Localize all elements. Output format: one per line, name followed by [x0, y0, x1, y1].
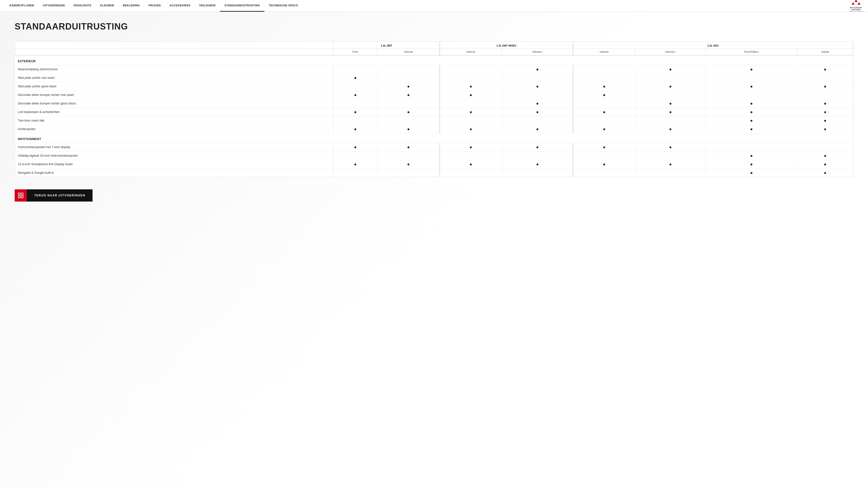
value-cell: [333, 82, 377, 91]
value-cell: [333, 99, 377, 108]
brand-name: MITSUBISHI MOTORS: [850, 7, 862, 10]
nav-items: AANDRIJFLIJNENUITVOERINGENHIGHLIGHTSKLEU…: [5, 0, 844, 12]
value-cell: ●: [706, 65, 797, 74]
dot-indicator: ●: [407, 127, 410, 131]
value-cell: ●: [333, 143, 377, 152]
value-cell: [333, 169, 377, 177]
value-cell: [333, 152, 377, 160]
back-button-area: TERUG NAAR UITVOERINGEN: [14, 189, 854, 201]
value-cell: ●: [377, 108, 440, 117]
feature-cell: Decoratie delen bumper achter gloss blac…: [15, 99, 333, 108]
nav-item-aandrijflijnen[interactable]: AANDRIJFLIJNEN: [5, 0, 38, 12]
dot-indicator: ●: [750, 170, 753, 175]
feature-cell: Two-tone zwart dak: [15, 117, 333, 125]
dot-indicator: ●: [669, 110, 672, 114]
dot-indicator: ●: [824, 170, 827, 175]
sub-header-1-6-first-edition: First Edition: [706, 49, 797, 56]
dot-indicator: ●: [824, 101, 827, 106]
value-cell: [573, 152, 635, 160]
value-cell: [502, 91, 573, 99]
value-cell: ●: [502, 160, 573, 169]
nav-item-bekleding[interactable]: BEKLEDING: [118, 0, 144, 12]
dot-indicator: ●: [824, 84, 827, 89]
back-icon-box: [14, 189, 27, 201]
value-cell: ●: [502, 82, 573, 91]
value-cell: [377, 152, 440, 160]
dot-indicator: ●: [750, 118, 753, 123]
dot-indicator: ●: [603, 162, 606, 166]
value-cell: [635, 117, 706, 125]
dot-indicator: ●: [669, 67, 672, 71]
nav-item-kleuren[interactable]: KLEUREN: [96, 0, 118, 12]
dot-indicator: ●: [469, 84, 472, 89]
dot-indicator: ●: [603, 127, 606, 131]
value-cell: [635, 169, 706, 177]
nav-item-technische-specs[interactable]: TECHNISCHE SPECS: [265, 0, 303, 12]
nav-item-standaarduitrusting[interactable]: STANDAARDUITRUSTING: [220, 0, 265, 12]
features-table-container: 1.0L 6MT 1.3L 6MT MHEV 1.6L HEV Pure Int…: [14, 41, 854, 177]
dot-indicator: ●: [469, 110, 472, 114]
dot-indicator: ●: [354, 93, 357, 97]
main-nav: AANDRIJFLIJNENUITVOERINGENHIGHLIGHTSKLEU…: [0, 0, 868, 12]
value-cell: [797, 74, 853, 82]
table-row: Volledig digitaal 10-inch instrumentenpa…: [15, 152, 853, 160]
header-sub-row: Pure Intense Intense Intense+ Intense In…: [15, 49, 853, 56]
value-cell: ●: [440, 91, 502, 99]
dot-indicator: ●: [536, 67, 539, 71]
svg-rect-6: [21, 196, 23, 198]
table-row: Instrumentenpaneel met 7-inch display●●●…: [15, 143, 853, 152]
value-cell: [573, 65, 635, 74]
dot-indicator: ●: [603, 110, 606, 114]
feature-cell: Volledig digitaal 10-inch instrumentenpa…: [15, 152, 333, 160]
dot-indicator: ●: [669, 84, 672, 89]
value-cell: ●: [573, 91, 635, 99]
value-cell: ●: [797, 117, 853, 125]
value-cell: ●: [377, 160, 440, 169]
table-row: Decoratie delen bumper achter gloss blac…: [15, 99, 853, 108]
dot-indicator: ●: [407, 145, 410, 149]
dot-indicator: ●: [750, 154, 753, 158]
value-cell: [377, 65, 440, 74]
value-cell: ●: [440, 82, 502, 91]
value-cell: ●: [797, 65, 853, 74]
value-cell: ●: [797, 152, 853, 160]
value-cell: [440, 169, 502, 177]
brand-tagline: Drive your Ambition: [849, 10, 863, 12]
dot-indicator: ●: [824, 67, 827, 71]
feature-cell: Instrumentenpaneel met 7-inch display: [15, 143, 333, 152]
dot-indicator: ●: [824, 162, 827, 166]
value-cell: ●: [706, 169, 797, 177]
feature-cell: Led koplampen & achterlichten: [15, 108, 333, 117]
dot-indicator: ●: [750, 127, 753, 131]
table-row: Skid plate achter mat zwart●: [15, 74, 853, 82]
dot-indicator: ●: [603, 145, 606, 149]
dot-indicator: ●: [603, 93, 606, 97]
value-cell: ●: [706, 117, 797, 125]
value-cell: [797, 91, 853, 99]
value-cell: ●: [797, 99, 853, 108]
value-cell: ●: [706, 125, 797, 133]
group-header-1-6l: 1.6L HEV: [573, 42, 853, 49]
nav-item-accessoires[interactable]: ACCESSOIRES: [165, 0, 195, 12]
value-cell: [333, 117, 377, 125]
value-cell: ●: [573, 108, 635, 117]
dot-indicator: ●: [536, 145, 539, 149]
nav-item-veiligheid[interactable]: VEILIGHEID: [195, 0, 220, 12]
value-cell: [635, 152, 706, 160]
sub-header-1-6-intense-plus: Intense+: [635, 49, 706, 56]
feature-cell: Decoratie delen bumper achter mat zwart: [15, 91, 333, 99]
nav-item-prijzen[interactable]: PRIJZEN: [144, 0, 165, 12]
feature-cell: Raamomlijsting zilver/chroom: [15, 65, 333, 74]
table-row: Navigatie & Google built-in●●: [15, 169, 853, 177]
feature-cell: 10,4-inch Smartphone-link Display Audio: [15, 160, 333, 169]
nav-item-highlights[interactable]: HIGHLIGHTS: [69, 0, 96, 12]
back-to-uitvoeringen-button[interactable]: TERUG NAAR UITVOERINGEN: [14, 189, 93, 201]
value-cell: [573, 99, 635, 108]
value-cell: ●: [706, 82, 797, 91]
nav-item-uitvoeringen[interactable]: UITVOERINGEN: [38, 0, 69, 12]
value-cell: [440, 65, 502, 74]
svg-marker-2: [858, 2, 861, 5]
dot-indicator: ●: [824, 110, 827, 114]
value-cell: ●: [573, 143, 635, 152]
value-cell: ●: [377, 91, 440, 99]
